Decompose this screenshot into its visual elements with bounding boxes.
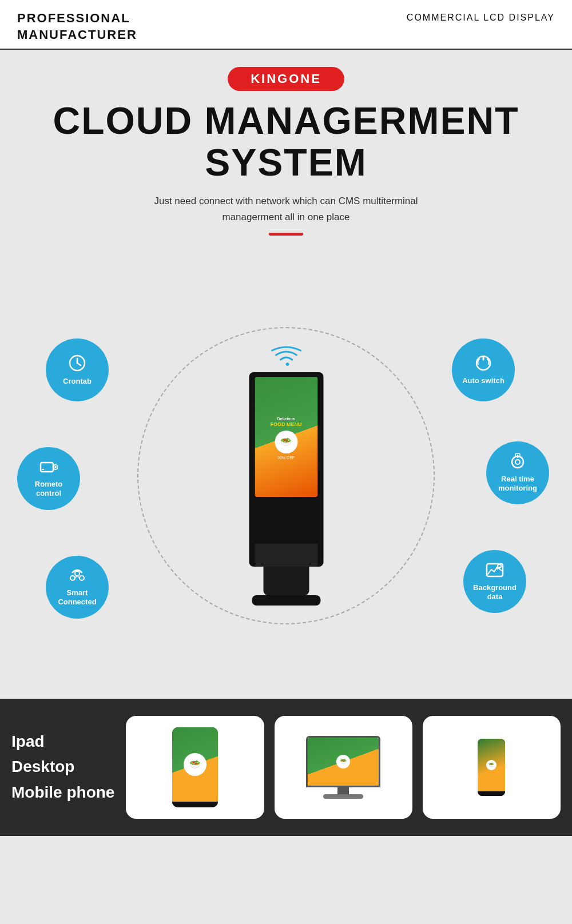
kiosk-display: DeliciousFOOD MENU 🥗 50% OFF [236, 346, 336, 606]
header-brand: PROFESSIONAL MANUFACTURER [17, 10, 137, 43]
svg-line-2 [77, 363, 81, 365]
mobile-card: 🥗 [423, 716, 561, 819]
feature-realtime[interactable]: Real timemonitoring [486, 441, 549, 504]
feature-crontab[interactable]: Crontab [46, 338, 109, 401]
hero-section: KINGONE CLOUD MANAGERMENT SYSTEM Just ne… [0, 50, 572, 253]
hero-title: CLOUD MANAGERMENT SYSTEM [11, 100, 561, 183]
svg-line-12 [77, 576, 80, 578]
svg-point-10 [75, 571, 80, 576]
desktop-food: 🥗 [336, 755, 350, 768]
realtime-icon [508, 453, 527, 472]
bottom-section: Ipad Desktop Mobile phone 🥗 🥗 [0, 699, 572, 836]
smart-label: SmartConnected [58, 588, 96, 606]
brand-badge: KINGONE [228, 67, 344, 91]
bottom-label-mobile: Mobile phone [11, 783, 114, 801]
autoswitch-icon [475, 355, 492, 374]
desktop-base [323, 794, 363, 799]
kiosk-base [255, 544, 317, 567]
tablet-food: 🥗 [184, 753, 206, 776]
bottom-label-ipad: Ipad [11, 732, 45, 750]
hero-subtitle: Just need connect with network which can… [126, 193, 446, 224]
desktop-neck [337, 787, 349, 794]
remote-icon [39, 459, 58, 477]
bgdata-label: Backgrounddata [473, 583, 517, 601]
feature-autoswitch[interactable]: Auto switch [452, 338, 515, 401]
desktop-card: 🥗 [275, 716, 412, 819]
autoswitch-label: Auto switch [462, 376, 505, 385]
crontab-label: Crontab [63, 377, 92, 386]
bgdata-icon [486, 561, 504, 581]
mobile-food: 🥗 [486, 760, 496, 770]
realtime-label: Real timemonitoring [498, 475, 537, 492]
header-product: COMMERCIAL LCD DISPLAY [407, 10, 555, 23]
kiosk-stand [263, 567, 309, 595]
divider [269, 233, 303, 236]
feature-bgdata[interactable]: Backgrounddata [463, 550, 526, 613]
diagram-section: DeliciousFOOD MENU 🥗 50% OFF Crontab [0, 253, 572, 699]
svg-line-11 [75, 576, 77, 578]
feature-remote[interactable]: Rometocontrol [17, 447, 80, 510]
remote-label: Rometocontrol [35, 480, 62, 497]
header-line1: PROFESSIONAL [17, 11, 130, 25]
svg-point-8 [70, 576, 75, 580]
tablet-bar [172, 802, 218, 807]
wifi-icon [269, 346, 303, 369]
bottom-label: Ipad Desktop Mobile phone [11, 729, 114, 806]
svg-point-16 [515, 460, 520, 464]
device-cards: 🥗 🥗 🥗 [126, 716, 561, 819]
crontab-icon [68, 354, 86, 375]
header: PROFESSIONAL MANUFACTURER COMMERCIAL LCD… [0, 0, 572, 50]
tablet-mockup: 🥗 [172, 727, 218, 807]
smart-icon [67, 568, 88, 586]
svg-rect-3 [41, 463, 53, 472]
svg-point-9 [80, 576, 84, 580]
header-line2: MANUFACTURER [17, 27, 137, 42]
tablet-card: 🥗 [126, 716, 264, 819]
kiosk-body: DeliciousFOOD MENU 🥗 50% OFF [249, 372, 323, 567]
kiosk-screen: DeliciousFOOD MENU 🥗 50% OFF [255, 377, 317, 497]
mobile-mockup: 🥗 [478, 739, 505, 796]
food-plate-icon: 🥗 [275, 431, 297, 453]
desktop-mockup: 🥗 [306, 736, 380, 799]
feature-smart[interactable]: SmartConnected [46, 556, 109, 619]
kiosk-foot [252, 595, 320, 606]
bottom-label-desktop: Desktop [11, 758, 74, 775]
desktop-screen: 🥗 [306, 736, 380, 787]
